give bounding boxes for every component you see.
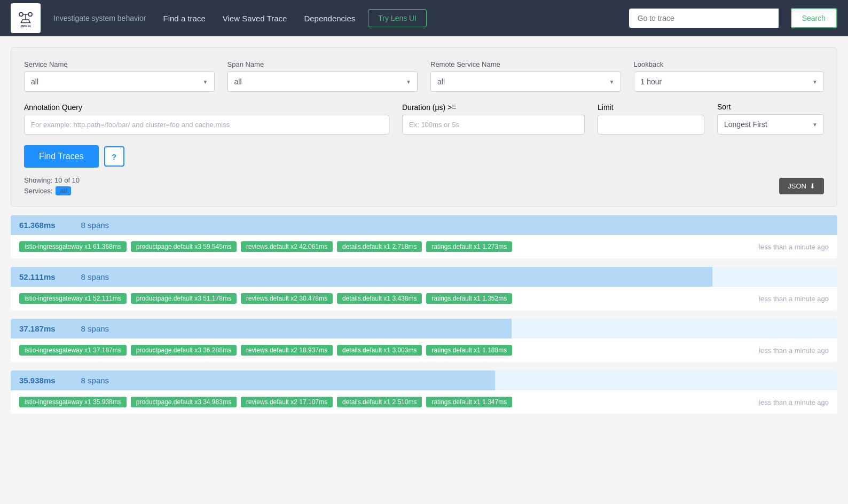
trace-time: less than a minute ago (759, 346, 829, 355)
nav-find-trace[interactable]: Find a trace (163, 14, 206, 23)
trace-tag: istio-ingressgateway x1 61.368ms (19, 241, 127, 252)
trace-spans: 8 spans (81, 324, 109, 333)
trace-header: 35.938ms 8 spans (11, 371, 837, 390)
zipkin-logo-box: ZIPKIN (11, 3, 41, 33)
trace-tags: istio-ingressgateway x1 35.938msproductp… (19, 397, 512, 407)
services-text: Services: (24, 187, 52, 195)
trace-tag: istio-ingressgateway x1 35.938ms (19, 397, 127, 407)
remote-service-select[interactable]: all (430, 72, 621, 92)
annotation-input[interactable] (24, 115, 389, 135)
search-panel: Service Name all Span Name all Remote Se… (11, 47, 837, 207)
trace-spans: 8 spans (81, 220, 109, 230)
trace-tag: reviews.default x2 18.937ms (241, 345, 333, 356)
trace-tags: istio-ingressgateway x1 61.368msproductp… (19, 241, 512, 252)
trace-duration: 61.368ms (19, 220, 56, 230)
sort-label: Sort (717, 103, 824, 111)
trace-spans: 8 spans (81, 272, 109, 281)
duration-label: Duration (μs) >= (402, 103, 585, 112)
trace-tag: productpage.default x3 59.545ms (131, 241, 237, 252)
goto-search-button[interactable]: Search (791, 8, 837, 28)
trace-duration: 37.187ms (19, 324, 56, 333)
trace-tag: details.default x1 2.510ms (337, 397, 422, 407)
trace-tag: productpage.default x3 36.288ms (131, 345, 237, 356)
trace-tag: ratings.default x1 1.273ms (426, 241, 512, 252)
main-nav: Find a trace View Saved Trace Dependenci… (163, 14, 356, 23)
services-label: Services: all (24, 186, 80, 195)
limit-field: Limit 10 (598, 103, 704, 135)
trace-body: istio-ingressgateway x1 61.368msproductp… (11, 235, 837, 258)
service-name-select[interactable]: all (24, 72, 215, 92)
goto-trace-input[interactable] (629, 9, 779, 28)
trace-duration: 52.111ms (19, 272, 56, 281)
service-name-label: Service Name (24, 60, 215, 68)
trace-body: istio-ingressgateway x1 37.187msproductp… (11, 338, 837, 362)
navbar-tagline: Investigate system behavior (53, 14, 146, 22)
span-name-field: Span Name all (227, 60, 418, 92)
trace-header: 61.368ms 8 spans (11, 215, 837, 235)
trace-tag: istio-ingressgateway x1 37.187ms (19, 345, 127, 356)
remote-service-select-wrapper: all (430, 72, 621, 92)
trace-tag: reviews.default x2 30.478ms (241, 293, 333, 304)
duration-input[interactable] (402, 115, 585, 135)
help-button[interactable]: ? (104, 146, 124, 167)
sort-select-wrapper: Longest First (717, 114, 824, 135)
trace-tag: details.default x1 2.718ms (337, 241, 422, 252)
sort-select[interactable]: Longest First (717, 114, 824, 135)
trace-spans: 8 spans (81, 376, 109, 385)
trace-item[interactable]: 35.938ms 8 spans istio-ingressgateway x1… (11, 371, 837, 414)
results-meta-left: Showing: 10 of 10 Services: all (24, 176, 80, 195)
trace-header: 37.187ms 8 spans (11, 319, 837, 338)
search-row-1: Service Name all Span Name all Remote Se… (24, 60, 824, 92)
results-meta: Showing: 10 of 10 Services: all JSON ⬇ (24, 176, 824, 195)
service-name-select-wrapper: all (24, 72, 215, 92)
trace-tag: ratings.default x1 1.352ms (426, 293, 512, 304)
nav-dependencies[interactable]: Dependencies (304, 14, 355, 23)
try-lens-button[interactable]: Try Lens UI (368, 9, 427, 27)
trace-time: less than a minute ago (759, 243, 829, 251)
nav-view-saved-trace[interactable]: View Saved Trace (223, 14, 287, 23)
annotation-label: Annotation Query (24, 103, 389, 112)
trace-item[interactable]: 61.368ms 8 spans istio-ingressgateway x1… (11, 215, 837, 258)
results-showing: Showing: 10 of 10 (24, 176, 80, 184)
trace-tag: details.default x1 3.438ms (337, 293, 422, 304)
span-name-select[interactable]: all (227, 72, 418, 92)
find-traces-button[interactable]: Find Traces (24, 145, 99, 168)
remote-service-label: Remote Service Name (430, 60, 621, 68)
trace-tag: productpage.default x3 51.178ms (131, 293, 237, 304)
annotation-field: Annotation Query (24, 103, 389, 135)
trace-header: 52.111ms 8 spans (11, 267, 837, 287)
traces-container: 61.368ms 8 spans istio-ingressgateway x1… (11, 215, 837, 414)
trace-tag: reviews.default x2 42.061ms (241, 241, 333, 252)
trace-item[interactable]: 37.187ms 8 spans istio-ingressgateway x1… (11, 319, 837, 362)
svg-text:ZIPKIN: ZIPKIN (21, 25, 31, 28)
service-all-badge: all (56, 186, 71, 195)
span-name-select-wrapper: all (227, 72, 418, 92)
duration-field: Duration (μs) >= (402, 103, 585, 135)
trace-tag: details.default x1 3.003ms (337, 345, 422, 356)
download-icon: ⬇ (810, 182, 815, 190)
trace-time: less than a minute ago (759, 295, 829, 303)
sort-field: Sort Longest First (717, 103, 824, 135)
search-row-2: Annotation Query Duration (μs) >= Limit … (24, 103, 824, 135)
service-name-field: Service Name all (24, 60, 215, 92)
trace-tag: ratings.default x1 1.188ms (426, 345, 512, 356)
span-name-label: Span Name (227, 60, 418, 68)
lookback-field: Lookback 1 hour (634, 60, 825, 92)
trace-time: less than a minute ago (759, 398, 829, 406)
lookback-select-wrapper: 1 hour (634, 72, 825, 92)
trace-item[interactable]: 52.111ms 8 spans istio-ingressgateway x1… (11, 267, 837, 310)
trace-tag: productpage.default x3 34.983ms (131, 397, 237, 407)
lookback-label: Lookback (634, 60, 825, 68)
json-download-button[interactable]: JSON ⬇ (779, 178, 824, 194)
json-button-label: JSON (788, 182, 806, 190)
trace-duration: 35.938ms (19, 376, 56, 385)
lookback-select[interactable]: 1 hour (634, 72, 825, 92)
navbar: ZIPKIN Investigate system behavior Find … (0, 0, 848, 36)
trace-tag: istio-ingressgateway x1 52.111ms (19, 293, 127, 304)
limit-input[interactable]: 10 (598, 115, 704, 135)
trace-tags: istio-ingressgateway x1 37.187msproductp… (19, 345, 512, 356)
trace-body: istio-ingressgateway x1 52.111msproductp… (11, 287, 837, 310)
find-row: Find Traces ? (24, 145, 824, 168)
trace-tags: istio-ingressgateway x1 52.111msproductp… (19, 293, 512, 304)
remote-service-field: Remote Service Name all (430, 60, 621, 92)
